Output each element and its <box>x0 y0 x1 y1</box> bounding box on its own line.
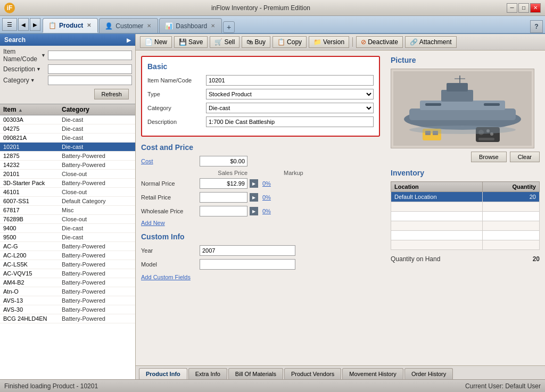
bottom-tab-order-history[interactable]: Order History <box>404 368 453 379</box>
description-field[interactable] <box>206 116 374 127</box>
attachment-icon: 🔗 <box>410 38 418 46</box>
list-item[interactable]: BCG 24HLD4EN Battery-Powered <box>0 314 135 323</box>
retail-price-arrow[interactable]: ▶ <box>250 193 258 202</box>
wholesale-price-arrow[interactable]: ▶ <box>250 207 258 215</box>
cost-row: Cost <box>141 156 380 166</box>
bottom-tab-movement-history[interactable]: Movement History <box>342 368 403 379</box>
item-name-field[interactable] <box>206 75 374 86</box>
back-button[interactable]: ◀ <box>18 18 29 31</box>
list-item[interactable]: AVS-13 Battery-Powered <box>0 296 135 305</box>
normal-price-arrow[interactable]: ▶ <box>250 179 258 188</box>
help-button[interactable]: ? <box>530 20 543 33</box>
list-item[interactable]: 10201 Die-cast <box>0 143 135 152</box>
search-name-input[interactable] <box>48 51 132 60</box>
list-item[interactable]: 6007-SS1 Default Category <box>0 197 135 206</box>
minimize-button[interactable]: ─ <box>507 3 517 13</box>
retail-markup[interactable]: 0% <box>262 194 271 201</box>
menu-button[interactable]: ☰ <box>2 18 17 31</box>
list-item[interactable]: 090821A Die-cast <box>0 134 135 143</box>
add-new-link[interactable]: Add New <box>141 220 380 226</box>
clear-button[interactable]: Clear <box>510 152 540 162</box>
list-item[interactable]: 12875 Battery-Powered <box>0 152 135 161</box>
picture-section: Picture <box>391 56 540 162</box>
cost-field[interactable] <box>200 156 247 166</box>
close-button[interactable]: ✕ <box>530 3 541 13</box>
normal-price-field[interactable] <box>200 178 247 189</box>
retail-price-field[interactable] <box>200 192 247 203</box>
wholesale-markup[interactable]: 0% <box>262 208 271 214</box>
save-button[interactable]: 💾 Save <box>174 36 208 48</box>
list-item[interactable]: 04275 Die-cast <box>0 124 135 134</box>
sort-arrow-icon[interactable]: ▲ <box>18 107 23 113</box>
tab-customer[interactable]: 👤 Customer ✕ <box>99 18 158 33</box>
list-item[interactable]: AC-VQV15 Battery-Powered <box>0 269 135 278</box>
product-tab-close[interactable]: ✕ <box>86 22 92 28</box>
list-item-name: 10201 <box>3 144 62 150</box>
list-item[interactable]: AM4-B2 Battery-Powered <box>0 278 135 287</box>
search-cat-dropdown[interactable]: ▼ <box>30 78 35 83</box>
list-item-category: Battery-Powered <box>62 162 132 168</box>
dashboard-tab-close[interactable]: ✕ <box>210 23 216 29</box>
item-column-header: Item ▲ <box>3 106 62 113</box>
inventory-location: Default Location <box>391 192 483 202</box>
search-name-dropdown[interactable]: ▼ <box>41 53 46 58</box>
list-item[interactable]: 9500 Die-cast <box>0 233 135 242</box>
customer-tab-close[interactable]: ✕ <box>146 23 152 29</box>
list-item-category: Close-out <box>62 216 132 222</box>
bottom-tab-extra-info[interactable]: Extra Info <box>188 368 227 379</box>
normal-price-label: Normal Price <box>141 180 200 187</box>
list-item[interactable]: 76289B Close-out <box>0 215 135 224</box>
inventory-row[interactable]: Default Location 20 <box>391 192 540 202</box>
normal-markup[interactable]: 0% <box>262 180 271 187</box>
list-item[interactable]: AC-L200 Battery-Powered <box>0 251 135 260</box>
list-item[interactable]: Atn-O Battery-Powered <box>0 287 135 296</box>
list-item[interactable]: AC-LS5K Battery-Powered <box>0 260 135 269</box>
tab-dashboard[interactable]: 📊 Dashboard ✕ <box>159 18 222 33</box>
search-header: Search ▶ <box>0 34 135 46</box>
list-item[interactable]: 00303A Die-cast <box>0 115 135 124</box>
quantity-column-header: Quantity <box>482 182 539 192</box>
category-select[interactable]: Die-cast Battery-Powered Close-out Misc … <box>206 103 374 113</box>
item-list[interactable]: 00303A Die-cast 04275 Die-cast 090821A D… <box>0 115 135 379</box>
list-item[interactable]: 14232 Battery-Powered <box>0 161 135 170</box>
bottom-tab-product-vendors[interactable]: Product Vendors <box>284 368 341 379</box>
forward-button[interactable]: ▶ <box>30 18 40 31</box>
type-label: Type <box>147 91 206 97</box>
list-item[interactable]: 67817 Misc <box>0 206 135 215</box>
search-name-label: Item Name/Code ▼ <box>3 48 46 63</box>
type-select[interactable]: Stocked Product Non-Stocked Product Serv… <box>206 89 374 99</box>
search-title: Search <box>4 36 26 44</box>
bottom-tab-product-info[interactable]: Product Info <box>139 368 187 379</box>
search-cat-label: Category ▼ <box>3 77 46 84</box>
list-item-category: Die-cast <box>62 225 132 231</box>
sell-button[interactable]: 🛒 Sell <box>210 36 240 48</box>
version-button[interactable]: 📁 Version <box>309 36 349 48</box>
search-desc-input[interactable] <box>48 64 132 74</box>
sidebar-toggle[interactable]: ▶ <box>127 37 131 43</box>
list-item[interactable]: 46101 Close-out <box>0 188 135 197</box>
list-item[interactable]: 9400 Die-cast <box>0 224 135 233</box>
refresh-button[interactable]: Refresh <box>94 89 129 99</box>
list-item[interactable]: AVS-30 Battery-Powered <box>0 305 135 314</box>
model-field[interactable] <box>200 259 295 270</box>
buy-button[interactable]: 🛍 Buy <box>242 36 270 48</box>
add-custom-fields-link[interactable]: Add Custom Fields <box>141 274 380 280</box>
sales-price-header: Sales Price <box>200 170 247 176</box>
search-desc-dropdown[interactable]: ▼ <box>36 66 41 72</box>
list-item[interactable]: 20101 Close-out <box>0 170 135 179</box>
list-item[interactable]: AC-G Battery-Powered <box>0 242 135 251</box>
copy-button[interactable]: 📋 Copy <box>272 36 307 48</box>
tab-product[interactable]: 📋 Product ✕ <box>43 18 98 33</box>
wholesale-price-field[interactable] <box>200 206 247 216</box>
browse-button[interactable]: Browse <box>471 152 507 162</box>
search-cat-input[interactable] <box>48 76 132 85</box>
attachment-button[interactable]: 🔗 Attachment <box>405 36 457 48</box>
deactivate-button[interactable]: ⊘ Deactivate <box>356 36 403 48</box>
bottom-tab-bill-of-materials[interactable]: Bill Of Materials <box>228 368 283 379</box>
add-tab-button[interactable]: + <box>223 21 235 33</box>
new-button[interactable]: 📄 New <box>140 36 172 48</box>
retail-price-row: Retail Price ▶ 0% <box>141 192 380 203</box>
restore-button[interactable]: □ <box>518 3 529 13</box>
year-field[interactable] <box>200 245 295 256</box>
list-item[interactable]: 3D-Starter Pack Battery-Powered <box>0 179 135 188</box>
